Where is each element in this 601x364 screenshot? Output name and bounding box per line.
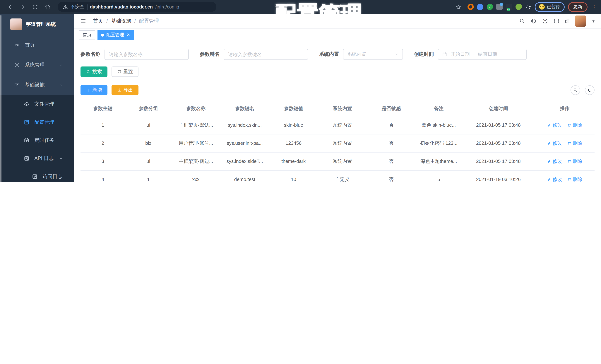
refresh-icon [588,88,592,92]
extension-icon-cn[interactable] [506,4,512,10]
filter-form: 参数名称 参数键名 系统内置 系统内置 [80,49,595,60]
table-row: 3 ui 主框架页-侧边... sys.index.sideT... theme… [80,152,595,170]
timer-icon [24,137,30,143]
cloud-upload-icon [24,101,30,107]
breadcrumb: 首页 / 基础设施 / 配置管理 [93,18,159,24]
tags-view-bar: 首页 配置管理 ✕ [74,29,601,41]
reset-button[interactable]: 重置 [111,67,139,77]
extensions-puzzle-icon[interactable] [525,4,531,10]
param-name-input[interactable] [104,49,189,60]
plus-icon [86,88,90,92]
header-actions: ? tT ▼ [519,16,595,27]
create-button[interactable]: 新增 [80,85,108,95]
trash-icon [567,141,572,145]
extension-icon-grid[interactable] [496,4,503,10]
security-label: 不安全 [70,4,84,10]
gear-icon [14,62,20,68]
profile-paused-badge[interactable]: 已暂停 [535,2,565,12]
search-icon [86,70,90,74]
sidebar-menu: 首页 系统管理 基础设施 [0,35,74,182]
app-logo: 芋道管理系统 [0,14,74,35]
edit-square-icon [32,173,38,179]
user-avatar[interactable] [575,16,586,27]
download-icon [117,88,121,92]
avatar-caret-icon[interactable]: ▼ [591,19,595,23]
chevron-down-icon [59,63,63,67]
pen-icon [547,123,551,127]
sidebar-toggle-icon[interactable] [80,18,86,24]
sidebar-item-config-management[interactable]: 配置管理 [0,113,74,131]
extension-icon-pin[interactable] [477,4,483,10]
table-toolbar: 新增 导出 [80,85,595,95]
trash-icon [567,159,572,163]
logo-image [10,19,22,30]
dashboard-icon [14,42,20,48]
pen-icon [547,177,551,182]
breadcrumb-current: 配置管理 [139,18,159,24]
browser-back-icon[interactable] [7,3,13,10]
tab-close-icon[interactable]: ✕ [127,33,130,37]
edit-link[interactable]: 修改 [547,176,562,182]
screen: 不安全 dashboard.yudao.iocoder.cn/infra/con… [0,0,601,182]
edit-link[interactable]: 修改 [547,122,562,128]
active-tab-dot [101,33,104,36]
browser-menu-icon[interactable]: ⋮ [591,4,598,10]
extension-icon-leaf[interactable] [516,4,522,10]
toggle-search-button[interactable] [571,85,580,95]
sidebar-item-scheduled-jobs[interactable]: 定时任务 [0,131,74,149]
date-range-picker[interactable]: 开始日期 - 结束日期 [438,49,527,60]
sidebar-item-infrastructure[interactable]: 基础设施 [0,75,74,95]
sidebar-item-api-log[interactable]: API 日志 [0,149,74,167]
config-table: 参数主键 参数分组 参数名称 参数键名 参数键值 系统内置 是否敏感 备注 创建… [80,101,595,182]
chevron-up-icon [59,83,63,87]
table-header-row: 参数主键 参数分组 参数名称 参数键名 参数键值 系统内置 是否敏感 备注 创建… [80,101,595,116]
fullscreen-icon[interactable] [553,18,560,24]
search-icon [573,88,578,92]
sidebar-item-home[interactable]: 首页 [0,35,74,55]
filter-actions: 搜索 重置 [80,67,595,77]
monitor-icon [14,82,20,88]
filter-builtin: 系统内置 系统内置 [319,49,403,60]
delete-link[interactable]: 删除 [567,176,582,182]
browser-home-icon[interactable] [44,3,51,10]
browser-update-button[interactable]: 更新 [568,2,588,12]
url-domain: dashboard.yudao.iocoder.cn [90,4,153,10]
export-button[interactable]: 导出 [111,85,139,95]
tab-home[interactable]: 首页 [79,30,95,40]
trash-icon [567,123,572,127]
delete-link[interactable]: 删除 [567,140,582,146]
breadcrumb-home[interactable]: 首页 [93,18,103,24]
table-row: 2 biz 用户管理-账号... sys.user.init-pa... 123… [80,134,595,152]
builtin-select[interactable]: 系统内置 [343,49,403,60]
sidebar-item-access-log[interactable]: 访问日志 [0,167,74,182]
sidebar-item-system-management[interactable]: 系统管理 [0,55,74,75]
filter-param-name: 参数名称 [80,49,189,60]
sidebar-scrollbar[interactable] [0,15,1,182]
param-key-input[interactable] [224,49,308,60]
breadcrumb-infrastructure: 基础设施 [111,18,131,24]
update-label: 更新 [573,4,582,10]
refresh-table-button[interactable] [585,85,595,95]
delete-link[interactable]: 删除 [567,122,582,128]
github-icon[interactable] [531,18,537,24]
browser-address-bar[interactable]: 不安全 dashboard.yudao.iocoder.cn/infra/con… [58,2,216,12]
edit-link[interactable]: 修改 [547,158,562,164]
edit-link[interactable]: 修改 [547,140,562,146]
browser-reload-icon[interactable] [32,3,38,10]
extension-icon-check[interactable]: ✓ [487,4,493,10]
bookmark-star-icon[interactable] [455,4,461,10]
svg-text:?: ? [544,20,546,22]
font-size-icon[interactable]: tT [565,18,570,24]
sidebar-item-file-management[interactable]: 文件管理 [0,95,74,113]
search-icon[interactable] [519,18,525,24]
trash-icon [567,177,572,182]
help-icon[interactable]: ? [542,18,548,24]
tab-config-management[interactable]: 配置管理 ✕ [98,30,134,40]
extension-icon-orange[interactable] [468,4,474,10]
search-button[interactable]: 搜索 [80,67,108,77]
app-title: 芋道管理系统 [26,21,56,28]
browser-forward-icon[interactable] [19,3,26,10]
delete-link[interactable]: 删除 [567,158,582,164]
app-window: 芋道管理系统 首页 系统管理 基础设施 [0,14,601,182]
table-row: 4 1 xxx demo.test 10 自定义 否 5 2021-01-19 … [80,170,595,182]
